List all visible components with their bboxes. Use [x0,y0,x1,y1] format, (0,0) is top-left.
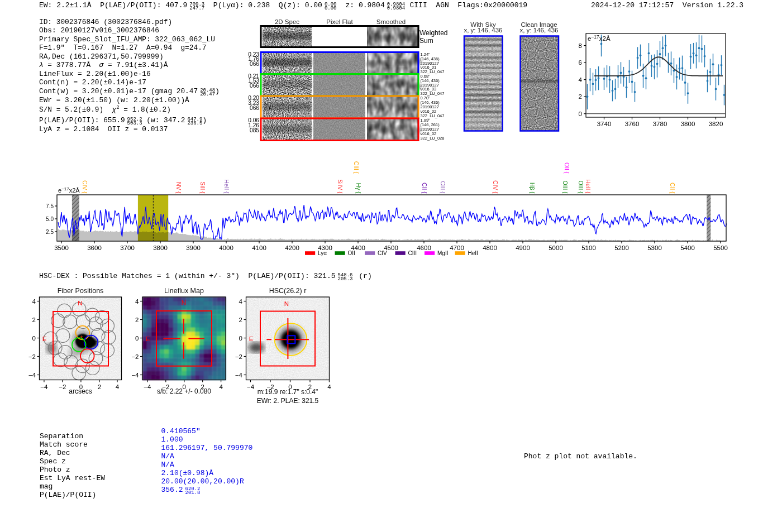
svg-text:0: 0 [239,335,242,342]
svg-text:4: 4 [219,384,223,390]
svg-text:−4: −4 [144,384,151,390]
svg-text:2: 2 [98,384,101,390]
svg-text:arcsecs: arcsecs [69,387,92,395]
svg-text:−2: −2 [235,353,242,360]
svg-text:−4: −4 [247,384,255,390]
svg-text:N: N [78,300,82,306]
svg-text:2: 2 [239,317,242,323]
svg-text:EWr: 2. PLAE: 321.5: EWr: 2. PLAE: 321.5 [257,397,319,405]
svg-text:4: 4 [327,384,331,390]
svg-text:−2: −2 [131,353,139,360]
svg-text:s/b: 2.22 +/- 0.080: s/b: 2.22 +/- 0.080 [157,387,211,395]
svg-text:HSC(26.2) r: HSC(26.2) r [269,287,307,295]
svg-text:0: 0 [135,335,139,342]
svg-text:−4: −4 [40,384,48,390]
svg-text:E: E [146,336,150,342]
svg-text:−4: −4 [131,372,139,378]
svg-text:E: E [42,336,47,342]
svg-text:*: * [80,334,83,343]
svg-text:0: 0 [32,335,36,342]
svg-text:N: N [284,300,289,307]
svg-text:2: 2 [32,317,36,323]
svg-text:4: 4 [116,384,120,390]
svg-text:4: 4 [135,298,139,305]
svg-text:m:19.9 re:1.7" s:0.4": m:19.9 re:1.7" s:0.4" [258,388,318,396]
svg-text:Lineflux Map: Lineflux Map [164,287,204,295]
svg-text:−2: −2 [28,353,36,360]
svg-text:Fiber Positions: Fiber Positions [58,287,104,295]
svg-text:4: 4 [32,298,36,305]
svg-text:4: 4 [239,298,243,305]
svg-text:−4: −4 [235,372,243,378]
svg-text:N: N [182,299,186,306]
svg-text:−2: −2 [59,384,66,390]
svg-text:−4: −4 [28,372,36,378]
svg-text:2: 2 [135,317,139,323]
svg-text:E: E [249,336,254,342]
